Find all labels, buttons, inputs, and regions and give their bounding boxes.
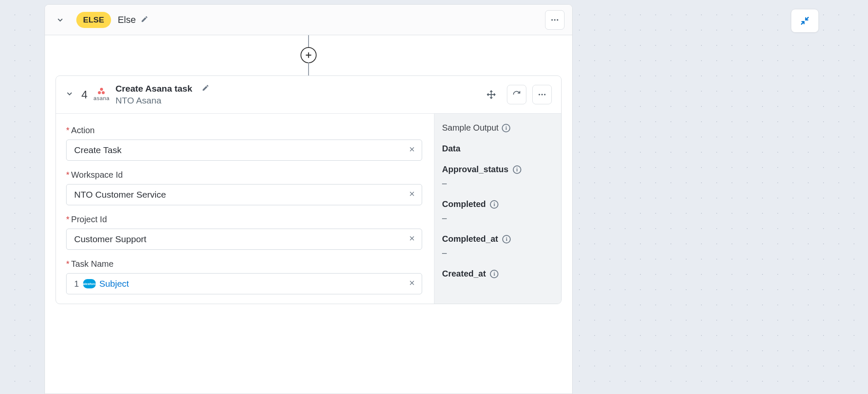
field-label: *Workspace Id xyxy=(66,170,422,180)
collapse-panel-button[interactable] xyxy=(791,9,819,33)
output-data-label: Data xyxy=(442,144,554,154)
output-key: Completed_at xyxy=(442,234,498,244)
info-icon[interactable]: i xyxy=(490,270,498,278)
step-card: 4 asana Create Asana task xyxy=(56,75,562,304)
action-input[interactable]: Create Task xyxy=(66,140,422,161)
taskname-input[interactable]: 1 salesforce Subject xyxy=(66,273,422,294)
field-label: *Project Id xyxy=(66,215,422,224)
collapse-else-chevron[interactable] xyxy=(53,12,68,28)
field-workspace: *Workspace Id NTO Customer Service xyxy=(66,170,422,205)
connector-line xyxy=(308,62,309,75)
output-item: Completed i – xyxy=(442,199,554,223)
clear-workspace-icon[interactable] xyxy=(408,190,416,200)
asana-logo: asana xyxy=(93,88,109,101)
info-icon[interactable]: i xyxy=(502,235,511,243)
add-step-button[interactable] xyxy=(300,47,317,63)
collapse-step-chevron[interactable] xyxy=(65,89,74,100)
svg-point-8 xyxy=(541,94,543,95)
edit-else-icon[interactable] xyxy=(141,15,148,25)
info-icon[interactable]: i xyxy=(513,165,521,174)
flow-column: ELSE Else 4 xyxy=(45,4,573,394)
output-item: Approval_status i – xyxy=(442,165,554,188)
output-item: Completed_at i – xyxy=(442,234,554,258)
subject-pill[interactable]: Subject xyxy=(99,279,129,289)
asana-logo-text: asana xyxy=(93,95,109,101)
form-column: *Action Create Task *Workspace Id NTO Cu… xyxy=(56,114,434,304)
edit-step-icon[interactable] xyxy=(202,84,209,93)
clear-action-icon[interactable] xyxy=(408,145,416,155)
field-action: *Action Create Task xyxy=(66,126,422,161)
step-header: 4 asana Create Asana task xyxy=(56,76,561,114)
else-badge: ELSE xyxy=(76,12,111,28)
refresh-step-button[interactable] xyxy=(507,85,526,104)
step-more-button[interactable] xyxy=(532,85,552,104)
svg-point-7 xyxy=(539,94,540,95)
step-title: Create Asana task xyxy=(115,84,192,94)
salesforce-icon: salesforce xyxy=(83,279,96,288)
field-project: *Project Id Customer Support xyxy=(66,215,422,250)
step-number: 4 xyxy=(81,88,87,101)
connector-area xyxy=(45,35,572,75)
project-value: Customer Support xyxy=(74,234,146,244)
output-key: Approval_status xyxy=(442,165,509,174)
step-subtitle: NTO Asana xyxy=(115,95,209,106)
clear-taskname-icon[interactable] xyxy=(408,279,416,289)
svg-point-9 xyxy=(544,94,546,95)
else-block-header: ELSE Else xyxy=(45,5,572,35)
connector-line xyxy=(308,35,309,47)
project-input[interactable]: Customer Support xyxy=(66,229,422,250)
info-icon[interactable]: i xyxy=(490,200,498,209)
svg-point-1 xyxy=(554,19,556,21)
output-column: Sample Output i Data Approval_status i – xyxy=(434,114,561,304)
svg-point-2 xyxy=(557,19,559,21)
output-key: Created_at xyxy=(442,269,486,279)
pill-number: 1 xyxy=(74,279,79,289)
else-more-button[interactable] xyxy=(545,10,565,30)
field-label: *Task Name xyxy=(66,259,422,269)
sample-output-title: Sample Output i xyxy=(442,123,554,133)
else-label: Else xyxy=(118,14,136,25)
output-value: – xyxy=(442,213,554,223)
field-label: *Action xyxy=(66,126,422,135)
workspace-value: NTO Customer Service xyxy=(74,190,166,200)
output-value: – xyxy=(442,179,554,188)
clear-project-icon[interactable] xyxy=(408,234,416,244)
svg-point-0 xyxy=(551,19,553,21)
output-key: Completed xyxy=(442,199,486,209)
move-step-icon[interactable] xyxy=(481,85,501,104)
output-value: – xyxy=(442,248,554,258)
info-icon[interactable]: i xyxy=(502,124,510,132)
step-body: *Action Create Task *Workspace Id NTO Cu… xyxy=(56,114,561,304)
field-taskname: *Task Name 1 salesforce Subject xyxy=(66,259,422,294)
workspace-input[interactable]: NTO Customer Service xyxy=(66,184,422,205)
output-item: Created_at i xyxy=(442,269,554,279)
action-value: Create Task xyxy=(74,145,122,155)
